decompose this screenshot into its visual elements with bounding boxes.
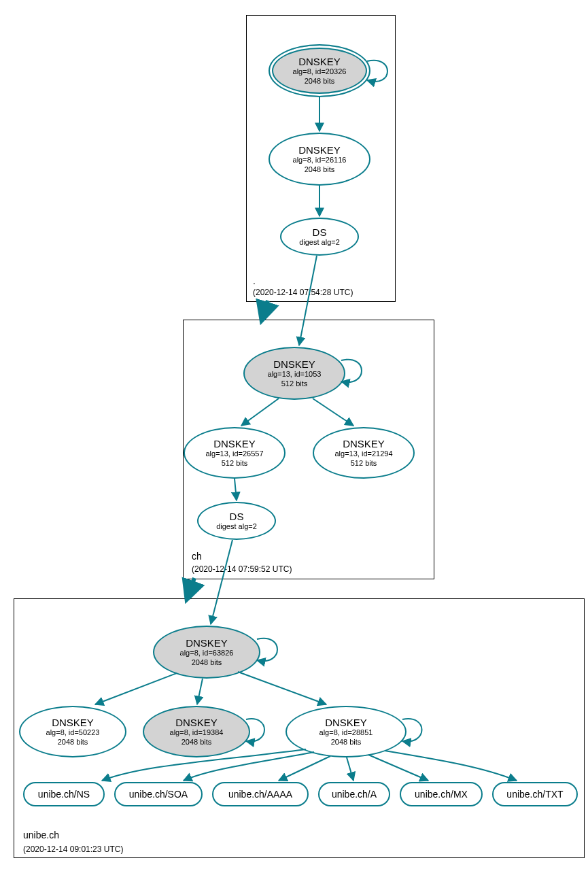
node-title: DS [313,226,327,238]
node-title: DNSKEY [298,56,341,67]
node-ch-zsk-21294: DNSKEY alg=13, id=21294 512 bits [313,427,415,479]
node-unibe-zsk-50223: DNSKEY alg=8, id=50223 2048 bits [19,706,126,757]
node-ch-zsk-26557: DNSKEY alg=13, id=26557 512 bits [184,427,286,479]
node-ch-ds: DS digest alg=2 [197,502,276,540]
node-unibe-zsk-19384: DNSKEY alg=8, id=19384 2048 bits [143,706,250,757]
node-bits: 2048 bits [331,738,362,747]
zone-timestamp-root: (2020-12-14 07:54:28 UTC) [253,288,353,297]
node-root-ksk: DNSKEY alg=8, id=20326 2048 bits [269,44,370,97]
node-alg: alg=8, id=26116 [293,156,347,165]
node-unibe-zsk-28851: DNSKEY alg=8, id=28851 2048 bits [286,706,407,757]
zone-label-unibe: unibe.ch [23,830,59,840]
node-bits: 2048 bits [181,738,212,747]
node-root-ds: DS digest alg=2 [280,218,359,256]
node-bits: 2048 bits [305,165,335,174]
node-bits: 2048 bits [305,77,335,86]
rr-mx: unibe.ch/MX [400,782,483,806]
node-digest: digest alg=2 [216,522,257,531]
node-title: DNSKEY [213,438,256,449]
zone-label-ch: ch [192,551,202,562]
node-alg: alg=8, id=28851 [319,728,373,737]
node-bits: 512 bits [222,459,248,468]
node-bits: 2048 bits [192,658,222,667]
node-bits: 2048 bits [58,738,88,747]
node-unibe-ksk: DNSKEY alg=8, id=63826 2048 bits [153,626,260,679]
node-alg: alg=13, id=1053 [268,370,322,379]
rr-a: unibe.ch/A [318,782,390,806]
node-title: DNSKEY [298,144,341,156]
node-ch-ksk: DNSKEY alg=13, id=1053 512 bits [243,347,345,400]
zone-timestamp-ch: (2020-12-14 07:59:52 UTC) [192,564,292,574]
node-title: DNSKEY [52,717,94,728]
node-alg: alg=13, id=26557 [205,449,263,458]
rr-txt: unibe.ch/TXT [492,782,578,806]
node-title: DNSKEY [175,717,218,728]
node-alg: alg=13, id=21294 [334,449,392,458]
node-bits: 512 bits [281,379,308,388]
rr-aaaa: unibe.ch/AAAA [212,782,309,806]
zone-label-root: . [253,275,256,286]
node-title: DNSKEY [325,717,367,728]
node-alg: alg=8, id=19384 [170,728,224,737]
node-root-zsk: DNSKEY alg=8, id=26116 2048 bits [269,133,370,186]
node-alg: alg=8, id=20326 [293,67,347,76]
node-title: DNSKEY [343,438,385,449]
node-title: DS [230,511,244,522]
dnssec-chain-diagram: . (2020-12-14 07:54:28 UTC) DNSKEY alg=8… [7,7,581,862]
node-title: DNSKEY [273,358,315,370]
rr-soa: unibe.ch/SOA [114,782,203,806]
node-bits: 512 bits [351,459,377,468]
node-alg: alg=8, id=50223 [46,728,100,737]
node-digest: digest alg=2 [299,238,340,247]
zone-timestamp-unibe: (2020-12-14 09:01:23 UTC) [23,845,123,854]
node-alg: alg=8, id=63826 [180,649,234,658]
rr-ns: unibe.ch/NS [23,782,105,806]
node-title: DNSKEY [186,637,228,649]
